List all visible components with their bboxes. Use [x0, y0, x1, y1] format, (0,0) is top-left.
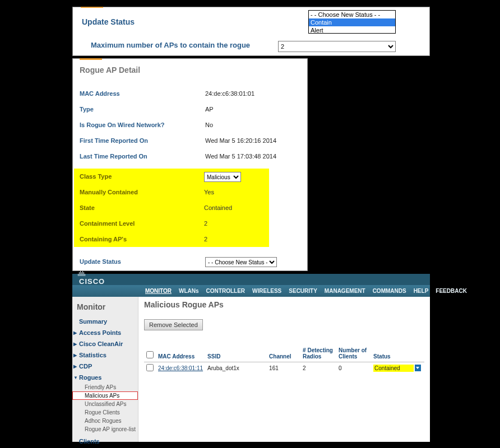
class-type-label: Class Type [80, 173, 112, 180]
table-row: 24:de:c6:38:01:11 Aruba_dot1x 161 2 0 Co… [144, 362, 424, 375]
status-badge: Contained [373, 365, 414, 372]
menu-help[interactable]: HELP [414, 288, 429, 294]
menu-commands[interactable]: COMMANDS [373, 288, 406, 294]
sidebar-item-label: CDP [79, 363, 92, 370]
sub-friendly-aps[interactable]: Friendly APs [72, 383, 138, 391]
chevron-right-icon: ▶ [73, 364, 77, 369]
last-value: Wed Mar 5 17:03:48 2014 [205, 153, 276, 160]
type-label: Type [80, 106, 94, 113]
side-statistics[interactable]: ▶ Statistics [72, 349, 138, 361]
menu-management[interactable]: MANAGEMENT [325, 288, 365, 294]
row-state: State Contained [80, 203, 267, 214]
row-mac: MAC Address 24:de:c6:38:01:01 [80, 90, 300, 101]
cell-radios: 2 [300, 362, 336, 375]
header-status[interactable]: Status [371, 346, 424, 362]
accent-bar [81, 7, 103, 8]
menu-security[interactable]: SECURITY [289, 288, 317, 294]
row-manually-contained: Manually Contained Yes [80, 188, 267, 199]
first-label: First Time Reported On [80, 137, 148, 144]
sub-adhoc-rogues[interactable]: Adhoc Rogues [72, 417, 138, 425]
accent-bar [80, 58, 102, 60]
max-aps-label: Maximum number of APs to contain the rog… [91, 41, 250, 49]
header-channel[interactable]: Channel [267, 346, 300, 362]
state-label: State [80, 204, 95, 211]
status-option-contain[interactable]: Contain [309, 18, 395, 26]
wlc-sidebar: Monitor Summary ▶ Access Points ▶ Cisco … [72, 297, 138, 442]
status-option-alert[interactable]: Alert [309, 26, 395, 34]
side-clients[interactable]: Clients [72, 436, 138, 447]
first-value: Wed Mar 5 16:20:16 2014 [205, 137, 276, 144]
cell-ssid: Aruba_dot1x [205, 362, 267, 375]
remove-selected-button[interactable]: Remove Selected [144, 319, 203, 330]
sidebar-item-label: Access Points [79, 329, 121, 336]
row-containing-aps: Containing AP's 2 [80, 235, 267, 246]
highlighted-block: Class Type Malicious Manually Contained … [74, 169, 269, 247]
row-containment-level: Containment Level 2 [80, 219, 267, 230]
header-checkbox[interactable] [144, 346, 156, 362]
sidebar-title: Monitor [72, 300, 138, 316]
wlc-panel: CISCO MONITOR WLANs CONTROLLER WIRELESS … [72, 274, 430, 442]
brand-label: CISCO [79, 277, 105, 286]
header-radios[interactable]: # Detecting Radios [300, 346, 336, 362]
row-type: Type AP [80, 106, 300, 117]
rogue-ap-detail-panel: Rogue AP Detail MAC Address 24:de:c6:38:… [72, 58, 308, 271]
wlc-menubar: MONITOR WLANs CONTROLLER WIRELESS SECURI… [72, 285, 430, 297]
side-summary[interactable]: Summary [72, 316, 138, 327]
sidebar-item-label: Clients [79, 438, 100, 445]
header-clients[interactable]: Number of Clients [336, 346, 371, 362]
menu-controller[interactable]: CONTROLLER [206, 288, 245, 294]
menu-wireless[interactable]: WIRELESS [252, 288, 281, 294]
cell-channel: 161 [267, 362, 300, 375]
sub-malicious-aps[interactable]: Malicious APs [72, 391, 138, 400]
last-label: Last Time Reported On [80, 153, 147, 160]
max-aps-select[interactable]: 2 [278, 41, 396, 52]
side-access-points[interactable]: ▶ Access Points [72, 327, 138, 338]
state-value: Contained [204, 204, 232, 211]
side-rogues[interactable]: ▼ Rogues [72, 372, 138, 383]
main-title: Malicious Rogue APs [144, 300, 424, 309]
cell-mac[interactable]: 24:de:c6:38:01:11 [156, 362, 205, 375]
wlc-topbar: CISCO [72, 274, 430, 285]
manual-value: Yes [204, 189, 214, 195]
update-status-panel: Update Status - - Choose New Status - - … [72, 7, 430, 56]
sub-unclassified-aps[interactable]: Unclassified APs [72, 400, 138, 408]
chevron-down-icon: ▼ [73, 375, 78, 380]
caps-label: Containing AP's [80, 236, 127, 242]
header-ssid[interactable]: SSID [205, 346, 267, 362]
cell-status: Contained [371, 362, 424, 375]
menu-monitor[interactable]: MONITOR [145, 288, 172, 294]
row-class-type: Class Type Malicious [80, 172, 267, 183]
wlc-main: Malicious Rogue APs Remove Selected MAC … [138, 297, 430, 442]
sidebar-item-label: Cisco CleanAir [79, 340, 123, 347]
cell-clients: 0 [336, 362, 371, 375]
update-status-title: Update Status [82, 17, 135, 26]
sidebar-item-label: Summary [79, 318, 107, 325]
side-cleanair[interactable]: ▶ Cisco CleanAir [72, 338, 138, 349]
sub-rogue-ignore[interactable]: Rogue AP ignore-list [72, 425, 138, 433]
wired-label: Is Rogue On Wired Network? [80, 122, 164, 128]
side-cdp[interactable]: ▶ CDP [72, 361, 138, 372]
update-status-select[interactable]: - - Choose New Status - - [205, 257, 277, 267]
row-wired: Is Rogue On Wired Network? No [80, 122, 300, 133]
sidebar-item-label: Rogues [79, 374, 101, 381]
status-dropdown-icon[interactable] [415, 365, 421, 371]
type-value: AP [205, 106, 214, 113]
cisco-bars-icon [78, 270, 85, 276]
status-option-choose[interactable]: - - Choose New Status - - [309, 11, 395, 18]
chevron-right-icon: ▶ [73, 342, 77, 347]
sidebar-item-label: Statistics [79, 352, 107, 358]
row-update-status: Update Status - - Choose New Status - - [80, 257, 302, 268]
sub-rogue-clients[interactable]: Rogue Clients [72, 408, 138, 417]
menu-wlans[interactable]: WLANs [179, 288, 199, 294]
menu-feedback[interactable]: FEEDBACK [436, 288, 467, 294]
select-all-checkbox[interactable] [146, 351, 154, 358]
level-value: 2 [204, 220, 207, 227]
row-checkbox[interactable] [146, 364, 154, 371]
new-status-listbox[interactable]: - - Choose New Status - - Contain Alert [308, 10, 396, 34]
header-mac[interactable]: MAC Address [156, 346, 205, 362]
wired-value: No [205, 122, 213, 128]
caps-value: 2 [204, 236, 207, 242]
update-status-label: Update Status [80, 258, 121, 265]
class-type-select[interactable]: Malicious [204, 172, 241, 182]
mac-value: 24:de:c6:38:01:01 [205, 90, 254, 97]
